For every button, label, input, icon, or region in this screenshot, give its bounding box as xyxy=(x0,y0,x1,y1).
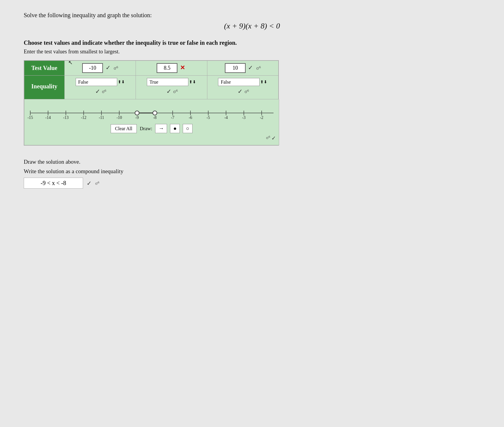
sigma-icon-ineq-col1: σ⁶ xyxy=(102,89,106,94)
inequality-select-wrapper-col3: False True ⬆⬇ ✓ σ⁶ xyxy=(211,78,275,95)
chevron-down-icon-col1: ⬆⬇ xyxy=(118,79,125,85)
inequality-col1: False True ⬆⬇ ✓ σ⁶ xyxy=(64,76,136,99)
svg-text:-9: -9 xyxy=(135,115,139,120)
check-icon-ineq-col1: ✓ xyxy=(95,88,100,95)
inequality-select-wrapper-col1: False True ⬆⬇ ✓ σ⁶ xyxy=(68,78,132,95)
inequality-row: Inequality False True ⬆⬇ ✓ σ⁶ xyxy=(24,76,279,99)
cursor-indicator: ↖ xyxy=(68,59,73,66)
row-check-col2: ✓ σ⁶ xyxy=(139,88,203,95)
inequality-col3: False True ⬆⬇ ✓ σ⁶ xyxy=(207,76,278,99)
svg-text:-10: -10 xyxy=(117,115,122,120)
sigma-icon-col3: σ⁶ xyxy=(256,66,261,71)
inequality-select-col3[interactable]: False True xyxy=(218,78,260,86)
draw-arrow-button[interactable]: → xyxy=(155,124,167,133)
svg-point-30 xyxy=(153,111,157,115)
controls-row: Clear All Draw: → ● ○ xyxy=(27,124,276,133)
inequality-col2: True False ⬆⬇ ✓ σ⁶ xyxy=(136,76,207,99)
svg-text:-14: -14 xyxy=(45,115,51,120)
test-value-col1: ✓ σ⁶ xyxy=(64,61,136,76)
instruction-bold: Choose test values and indicate whether … xyxy=(24,39,480,46)
chevron-down-icon-col2: ⬆⬇ xyxy=(189,79,196,85)
test-value-col2: ✕ xyxy=(136,61,207,76)
test-value-label: Test Value xyxy=(24,61,65,76)
svg-text:-15: -15 xyxy=(28,115,33,120)
check-icon-col1: ✓ xyxy=(106,64,111,71)
numberline-svg: -15 -14 -13 -12 -11 -10 -9 xyxy=(27,105,276,121)
select-wrapper-col1: False True ⬆⬇ xyxy=(76,78,125,86)
test-value-input-col1[interactable] xyxy=(82,63,103,73)
inequality-select-col2[interactable]: True False xyxy=(147,78,188,86)
check-icon-ineq-col3: ✓ xyxy=(238,88,243,95)
draw-dot-button[interactable]: ● xyxy=(170,124,180,133)
check-icon-solution: ✓ xyxy=(87,180,92,187)
select-wrapper-col3: False True ⬆⬇ xyxy=(218,78,267,86)
solution-compound-row: ✓ σ⁶ xyxy=(24,178,480,189)
check-icon-ineq-col2: ✓ xyxy=(166,88,171,95)
svg-text:-2: -2 xyxy=(260,115,263,120)
dot-icon: ● xyxy=(173,125,177,131)
sigma-icon-numberline: σ⁶ xyxy=(266,135,270,141)
inequality-label: Inequality xyxy=(24,76,65,99)
svg-text:-6: -6 xyxy=(189,115,192,120)
numberline-area: -15 -14 -13 -12 -11 -10 -9 xyxy=(24,99,279,145)
row-check-col3: ✓ σ⁶ xyxy=(211,88,275,95)
sigma-icon-col1: σ⁶ xyxy=(114,66,118,71)
instruction-normal: Enter the test values from smallest to l… xyxy=(24,49,480,55)
svg-text:-12: -12 xyxy=(81,115,87,120)
svg-text:-4: -4 xyxy=(224,115,228,120)
svg-text:-7: -7 xyxy=(171,115,174,120)
svg-text:-3: -3 xyxy=(242,115,246,120)
check-icon-col3: ✓ xyxy=(248,64,253,71)
test-value-col3: ✓ σ⁶ xyxy=(207,61,278,76)
x-mark-col2: ✕ xyxy=(180,64,185,71)
chevron-down-icon-col3: ⬆⬇ xyxy=(260,79,267,85)
clear-all-button[interactable]: Clear All xyxy=(111,124,137,133)
circle-icon: ○ xyxy=(186,125,189,131)
sigma-icon-ineq-col3: σ⁶ xyxy=(244,89,249,94)
test-table: Test Value ✓ σ⁶ ✕ ✓ σ⁶ Inequality xyxy=(24,60,279,99)
svg-point-29 xyxy=(135,111,139,115)
sigma-icon-ineq-col2: σ⁶ xyxy=(173,89,178,94)
svg-text:-11: -11 xyxy=(99,115,104,120)
page-title: Solve the following inequality and graph… xyxy=(24,12,480,19)
test-value-input-col3[interactable] xyxy=(225,63,246,73)
main-equation: (x + 9)(x + 8) < 0 xyxy=(24,22,480,31)
inequality-select-wrapper-col2: True False ⬆⬇ ✓ σ⁶ xyxy=(139,78,203,95)
svg-text:-13: -13 xyxy=(63,115,69,120)
sigma-icon-solution: σ⁶ xyxy=(95,181,99,186)
svg-text:-5: -5 xyxy=(206,115,210,120)
select-wrapper-col2: True False ⬆⬇ xyxy=(147,78,196,86)
draw-circle-button[interactable]: ○ xyxy=(183,124,193,133)
write-solution-label: Write the solution as a compound inequal… xyxy=(24,168,480,175)
row-check-col1: ✓ σ⁶ xyxy=(68,88,132,95)
inequality-select-col1[interactable]: False True xyxy=(76,78,117,86)
draw-label: Draw: xyxy=(140,126,152,132)
draw-solution-label: Draw the solution above. xyxy=(24,159,480,165)
compound-inequality-input[interactable] xyxy=(24,178,83,189)
svg-text:-8: -8 xyxy=(153,115,157,120)
arrow-icon: → xyxy=(158,125,164,131)
check-icon-numberline: ✓ xyxy=(271,135,276,141)
test-table-container: Test Value ✓ σ⁶ ✕ ✓ σ⁶ Inequality xyxy=(24,60,279,146)
numberline-svg-element: -15 -14 -13 -12 -11 -10 -9 xyxy=(27,105,276,120)
test-value-input-col2[interactable] xyxy=(157,63,177,73)
solution-section: Draw the solution above. Write the solut… xyxy=(24,159,480,189)
test-value-row: Test Value ✓ σ⁶ ✕ ✓ σ⁶ xyxy=(24,61,279,76)
bottom-controls: σ⁶ ✓ xyxy=(27,135,276,141)
